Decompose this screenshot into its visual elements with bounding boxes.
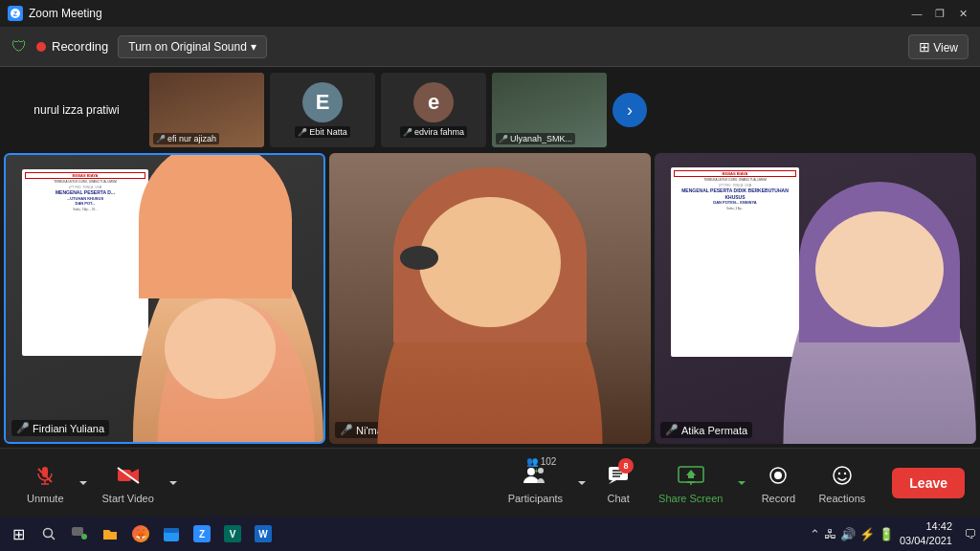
next-participants-button[interactable]: › [612, 93, 647, 127]
record-icon-area [767, 462, 790, 489]
taskbar-search[interactable] [34, 519, 63, 548]
title-bar-controls: — ❐ ✕ [907, 4, 972, 23]
reactions-icon-area [831, 462, 854, 489]
close-button[interactable]: ✕ [953, 4, 972, 23]
reactions-button[interactable]: Reactions [807, 456, 877, 510]
chat-label: Chat [607, 493, 629, 504]
svg-point-28 [834, 467, 851, 484]
unmute-label: Unmute [27, 493, 64, 504]
participant-edvira: e 🎤 edvira fahma [381, 73, 486, 147]
video-caret[interactable] [166, 470, 181, 496]
svg-line-32 [52, 537, 56, 540]
video-cell-firdiani: BEBAS BIAYA TERBUKA UNTUK GURU, ORANG TU… [4, 153, 325, 444]
svg-rect-24 [688, 475, 694, 478]
slide-firdiani: BEBAS BIAYA TERBUKA UNTUK GURU, ORANG TU… [22, 169, 149, 356]
unmute-icon-area [33, 462, 56, 489]
recording-indicator: Recording [36, 39, 108, 54]
taskbar-files[interactable] [96, 519, 124, 548]
caret-up-icon[interactable]: ⌃ [810, 527, 820, 541]
svg-point-29 [838, 472, 840, 474]
taskbar: ⊞ 🦊 Z V [0, 517, 980, 551]
start-video-label: Start Video [102, 493, 154, 504]
participants-button[interactable]: + 👥 102 Participants [497, 456, 574, 510]
reactions-label: Reactions [818, 493, 865, 504]
svg-point-27 [774, 472, 782, 479]
chat-badge: 8 [618, 458, 634, 474]
svg-point-30 [844, 472, 846, 474]
participant-strip: nurul izza pratiwi 🎤 efi nur ajizah E 🎤 … [0, 67, 980, 153]
unmute-caret[interactable] [76, 470, 91, 496]
leave-button[interactable]: Leave [892, 468, 965, 498]
zoom-icon: Z [8, 6, 23, 21]
minimize-button[interactable]: — [907, 4, 926, 23]
svg-marker-10 [169, 481, 177, 485]
start-video-button[interactable]: Start Video [91, 456, 166, 510]
network-icon: 🖧 [824, 527, 836, 541]
battery-icon: 🔋 [879, 527, 894, 541]
record-button[interactable]: Record [749, 456, 807, 510]
firdiani-face [165, 298, 276, 399]
taskbar-zoom[interactable]: Z [188, 519, 216, 548]
svg-marker-14 [578, 481, 586, 485]
title-bar: Z Zoom Meeting — ❐ ✕ [0, 0, 980, 27]
windows-start-button[interactable]: ⊞ [4, 519, 33, 548]
participant-self: nurul izza pratiwi [10, 73, 144, 147]
clock-time: 14:42 [900, 519, 952, 534]
participants-caret[interactable] [574, 470, 590, 496]
sys-icons: ⌃ 🖧 🔊 ⚡ 🔋 [810, 527, 894, 541]
taskbar-clock[interactable]: 14:42 03/04/2021 [900, 519, 958, 549]
nimatuzahroh-face [419, 197, 561, 328]
mute-icon: 🎤 [298, 128, 307, 137]
svg-marker-16 [609, 480, 616, 484]
top-toolbar: 🛡 Recording Turn on Original Sound ▾ ⊞ V… [0, 27, 980, 67]
slide-atika: BEBAS BIAYA TERBUKA UNTUK GURU, ORANG TU… [671, 167, 799, 357]
edvira-label: 🎤 edvira fahma [400, 126, 467, 138]
participant-ebit: E 🎤 Ebit Natta [270, 73, 375, 147]
notification-icon[interactable]: 🗨 [964, 527, 976, 541]
participants-icon-area: + 👥 102 [522, 462, 548, 489]
mute-icon: 🎤 [156, 135, 166, 143]
videos-grid: BEBAS BIAYA TERBUKA UNTUK GURU, ORANG TU… [0, 153, 980, 448]
svg-text:Z: Z [13, 11, 18, 17]
title-bar-left: Z Zoom Meeting [8, 6, 907, 21]
main-content: nurul izza pratiwi 🎤 efi nur ajizah E 🎤 … [0, 67, 980, 448]
taskbar-calendar[interactable] [157, 519, 186, 548]
mute-icon: 🎤 [499, 135, 508, 143]
clock-date: 03/04/2021 [900, 534, 952, 548]
video-cell-atika: BEBAS BIAYA TERBUKA UNTUK GURU, ORANG TU… [655, 153, 976, 444]
view-button[interactable]: ⊞ View [908, 34, 969, 59]
record-label: Record [762, 493, 795, 504]
search-icon [41, 526, 56, 541]
bottom-toolbar: Unmute Start Video + [0, 448, 980, 517]
view-grid-icon: ⊞ [919, 39, 930, 55]
volume-icon[interactable]: 🔊 [840, 527, 856, 541]
firefox-icon: 🦊 [132, 525, 149, 542]
atika-face [815, 211, 944, 328]
taskbar-verdana[interactable]: V [218, 519, 247, 548]
unmute-button[interactable]: Unmute [15, 456, 76, 510]
svg-point-31 [44, 529, 53, 538]
share-screen-label: Share Screen [658, 493, 723, 504]
taskbar-firefox[interactable]: 🦊 [126, 519, 155, 548]
taskbar-word[interactable]: W [249, 519, 278, 548]
chat-button[interactable]: 8 Chat [590, 456, 647, 510]
taskbar-chat[interactable] [65, 519, 94, 548]
edvira-initial-circle: e [413, 82, 454, 122]
original-sound-button[interactable]: Turn on Original Sound ▾ [118, 35, 267, 58]
maximize-button[interactable]: ❐ [930, 4, 949, 23]
participants-count: 👥 102 [526, 456, 556, 467]
start-video-icon-area [116, 462, 141, 489]
ebit-initial-circle: E [302, 82, 343, 122]
participant-efi: 🎤 efi nur ajizah [149, 73, 264, 147]
share-caret[interactable] [734, 470, 749, 496]
mic-icon: 🎤 [16, 422, 30, 434]
svg-marker-6 [79, 481, 87, 485]
mic-crossed-icon [33, 464, 56, 487]
chat-icon-area: 8 [607, 462, 630, 489]
svg-point-34 [81, 534, 87, 540]
share-screen-button[interactable]: Share Screen [647, 456, 734, 510]
atika-name: 🎤 Atika Permata [660, 422, 752, 438]
svg-rect-36 [164, 528, 179, 533]
participant-ulyanah: 🎤 Ulyanah_SMK... [492, 73, 607, 147]
ebit-label: 🎤 Ebit Natta [295, 126, 350, 138]
